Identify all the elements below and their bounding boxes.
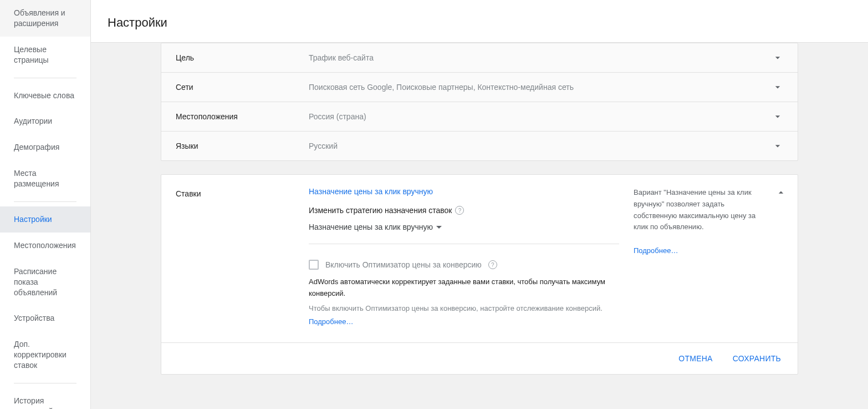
- bids-card-body: Ставки Назначение цены за клик вручную И…: [161, 175, 798, 342]
- sidebar-item-devices[interactable]: Устройства: [0, 305, 90, 331]
- setting-label: Цель: [176, 53, 309, 62]
- sidebar-item-label: Аудитории: [14, 117, 52, 125]
- setting-label: Местоположения: [176, 112, 309, 121]
- bids-strategy-link[interactable]: Назначение цены за клик вручную: [309, 187, 433, 196]
- save-button[interactable]: СОХРАНИТЬ: [733, 354, 781, 363]
- bids-change-label: Изменить стратегию назначения ставок: [309, 206, 452, 215]
- sidebar-item-ads-extensions[interactable]: Объявления и расширения: [0, 0, 90, 37]
- bids-side-text: Вариант "Назначение цены за клик вручную…: [634, 187, 761, 233]
- chevron-down-icon: [772, 52, 783, 63]
- sidebar-item-change-history[interactable]: История изменений: [0, 388, 90, 409]
- cancel-button[interactable]: ОТМЕНА: [678, 354, 712, 363]
- bids-main: Назначение цены за клик вручную Изменить…: [309, 187, 619, 326]
- bids-side-learn-more[interactable]: Подробнее…: [634, 245, 761, 257]
- page-header: Настройки: [91, 0, 868, 43]
- caret-down-icon: [436, 226, 442, 229]
- sidebar-item-audiences[interactable]: Аудитории: [0, 108, 90, 134]
- sidebar-item-locations[interactable]: Местоположения: [0, 233, 90, 259]
- sidebar-divider: [14, 383, 76, 383]
- setting-label: Языки: [176, 142, 309, 150]
- bids-title: Ставки: [176, 187, 309, 326]
- setting-value: Трафик веб-сайта: [309, 53, 772, 62]
- sidebar-item-label: Доп. корректировки ставок: [14, 340, 67, 370]
- sidebar-item-bid-adjustments[interactable]: Доп. корректировки ставок: [0, 331, 90, 378]
- bids-learn-more[interactable]: Подробнее…: [309, 317, 619, 326]
- sidebar-item-label: Демография: [14, 143, 59, 152]
- divider: [309, 244, 619, 244]
- setting-label: Сети: [176, 83, 309, 92]
- page-title: Настройки: [108, 16, 851, 30]
- conversion-optimizer-label: Включить Оптимизатор цены за конверсию: [325, 260, 482, 269]
- sidebar-item-label: Места размещения: [14, 169, 59, 188]
- bids-card-footer: ОТМЕНА СОХРАНИТЬ: [161, 342, 798, 374]
- bids-desc: AdWords автоматически корректирует задан…: [309, 276, 608, 300]
- help-icon[interactable]: ?: [488, 260, 497, 269]
- sidebar-divider: [14, 78, 76, 78]
- collapse-button[interactable]: [775, 187, 787, 198]
- sidebar-item-placements[interactable]: Места размещения: [0, 160, 90, 197]
- bids-change-strategy: Изменить стратегию назначения ставок ?: [309, 206, 619, 215]
- chevron-down-icon: [772, 140, 783, 152]
- bids-card: Ставки Назначение цены за клик вручную И…: [161, 174, 798, 375]
- setting-value: Русский: [309, 142, 772, 150]
- sidebar-item-ad-schedule[interactable]: Расписание показа объявлений: [0, 259, 90, 306]
- sidebar-item-label: Местоположения: [14, 241, 76, 250]
- setting-value: Поисковая сеть Google, Поисковые партнер…: [309, 83, 772, 92]
- sidebar-divider: [14, 201, 76, 202]
- sidebar-item-landing-pages[interactable]: Целевые страницы: [0, 37, 90, 73]
- chevron-down-icon: [772, 82, 783, 93]
- sidebar-item-keywords[interactable]: Ключевые слова: [0, 83, 90, 109]
- main: Настройки Цель Трафик веб-сайта Сети Пои…: [91, 0, 868, 409]
- sidebar-item-label: Настройки: [14, 215, 52, 224]
- setting-row-goal[interactable]: Цель Трафик веб-сайта: [161, 43, 798, 72]
- bids-strategy-dropdown[interactable]: Назначение цены за клик вручную: [309, 223, 619, 231]
- sidebar-item-label: Расписание показа объявлений: [14, 267, 57, 297]
- chevron-up-icon: [775, 187, 787, 198]
- sidebar-item-label: Целевые страницы: [14, 45, 49, 64]
- sidebar: Объявления и расширения Целевые страницы…: [0, 0, 91, 409]
- setting-value: Россия (страна): [309, 112, 772, 121]
- sidebar-item-label: История изменений: [14, 396, 53, 409]
- setting-row-networks[interactable]: Сети Поисковая сеть Google, Поисковые па…: [161, 72, 798, 102]
- sidebar-item-settings[interactable]: Настройки: [0, 206, 90, 233]
- content: Цель Трафик веб-сайта Сети Поисковая сет…: [91, 43, 868, 409]
- chevron-down-icon: [772, 111, 783, 122]
- settings-summary: Цель Трафик веб-сайта Сети Поисковая сет…: [161, 43, 798, 161]
- bids-side: Вариант "Назначение цены за клик вручную…: [634, 187, 783, 326]
- app-root: Объявления и расширения Целевые страницы…: [0, 0, 868, 409]
- sidebar-item-demographics[interactable]: Демография: [0, 134, 90, 160]
- help-icon[interactable]: ?: [455, 206, 464, 215]
- bids-hint: Чтобы включить Оптимизатор цены за конве…: [309, 303, 608, 315]
- setting-row-languages[interactable]: Языки Русский: [161, 131, 798, 160]
- dropdown-value: Назначение цены за клик вручную: [309, 223, 433, 231]
- sidebar-item-label: Устройства: [14, 314, 54, 322]
- setting-row-locations[interactable]: Местоположения Россия (страна): [161, 102, 798, 131]
- conversion-optimizer-checkbox[interactable]: [309, 260, 319, 270]
- conversion-optimizer-row: Включить Оптимизатор цены за конверсию ?: [309, 260, 619, 270]
- sidebar-item-label: Объявления и расширения: [14, 8, 65, 28]
- sidebar-item-label: Ключевые слова: [14, 91, 74, 100]
